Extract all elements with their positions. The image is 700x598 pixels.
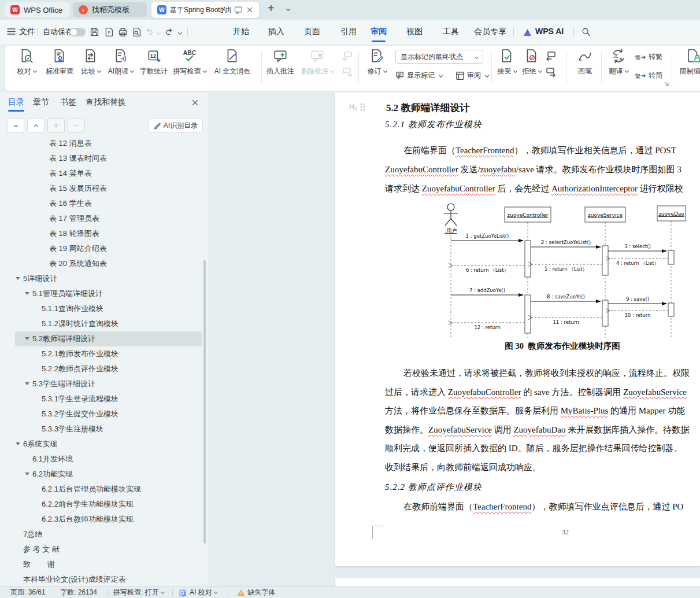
menu-home[interactable]: 开始 (233, 27, 249, 37)
ai-polish-button[interactable]: AI 全文润色 (208, 49, 257, 76)
print-preview-icon[interactable] (132, 27, 142, 37)
drag-handle-icon[interactable] (360, 103, 365, 111)
tab-list-caret-icon[interactable] (286, 7, 290, 11)
toc-item[interactable]: 5详细设计 (15, 271, 202, 286)
toc-item[interactable]: 5.3.1学生登录流程模块 (15, 392, 202, 407)
tab-close-icon[interactable] (246, 6, 253, 13)
toc-expand-arrow-icon[interactable] (25, 382, 29, 385)
track-changes-button[interactable]: 修订 (364, 49, 390, 76)
redo-icon[interactable] (165, 28, 174, 36)
toc-item[interactable]: 6.1开发环境 (15, 452, 202, 467)
toc-item[interactable]: 5.2.2教师点评作业模块 (15, 361, 202, 376)
toc-item[interactable]: 表 16 学生表 (15, 196, 202, 211)
compare-button[interactable]: 比较 (77, 49, 104, 76)
toc-item[interactable]: 5.3.2学生提交作业模块 (15, 407, 202, 422)
toc-item[interactable]: 表 12 消息表 (15, 136, 202, 151)
redo-caret-icon[interactable] (178, 31, 182, 35)
export-pdf-icon[interactable]: P (104, 27, 114, 37)
toc-item[interactable]: 6系统实现 (15, 437, 202, 452)
word-count-button[interactable]: 12 字数统计 (138, 49, 170, 76)
search-icon[interactable] (582, 27, 591, 36)
toc-item[interactable]: 7总结 (15, 527, 202, 542)
toc-item[interactable]: 6.2.3后台教师功能模块实现 (15, 512, 202, 527)
toc-item[interactable]: 表 18 轮播图表 (15, 226, 202, 241)
missing-font-warning[interactable]: 缺失字体 (247, 587, 275, 598)
brush-button[interactable]: 画笔 (572, 49, 598, 76)
toc-item[interactable]: 5.3.3学生注册模块 (15, 422, 202, 437)
toc-item[interactable]: 5.1.2课时统计查询模块 (15, 316, 202, 331)
document-canvas[interactable]: H₂ 5.2 教师端详细设计 5.2.1 教师发布作业模块 在前端界面（Teac… (209, 93, 700, 586)
toc-expand-down-button[interactable] (7, 118, 24, 133)
menu-reference[interactable]: 引用 (340, 27, 357, 37)
toc-item[interactable]: 6.2.1后台管理员功能模块实现 (15, 482, 202, 497)
hamburger-icon[interactable] (7, 28, 16, 35)
toc-item[interactable]: 5.1.1查询作业模块 (15, 301, 202, 316)
toc-item[interactable]: 6.2功能实现 (15, 467, 202, 482)
menu-insert[interactable]: 插入 (268, 27, 284, 37)
to-simplified-button[interactable]: 繁 转简 (635, 71, 662, 80)
toc-item[interactable]: 表 15 发展历程表 (15, 181, 202, 196)
markup-state-select[interactable]: 显示标记的最终状态 (395, 50, 483, 64)
translate-button[interactable]: 文A 翻译 (606, 49, 631, 76)
document-tab[interactable]: W 基于Spring Boot的培训机构 (151, 2, 259, 18)
spell-check-button[interactable]: ABC 拼写检查 (171, 49, 208, 76)
menu-membership[interactable]: 会员专享 (474, 27, 506, 37)
app-tab-wps-office[interactable]: W WPS Office (5, 2, 69, 17)
toc-item[interactable]: 表 13 课表时间表 (15, 151, 202, 166)
print-icon[interactable] (118, 27, 128, 37)
restrict-edit-button[interactable]: 限制编辑 (676, 49, 700, 76)
toc-item[interactable]: 本科毕业论文(设计)成绩评定表 (15, 572, 202, 587)
toc-item[interactable]: 5.2教师端详细设计 (15, 331, 202, 346)
toc-item[interactable]: 表 14 菜单表 (15, 166, 202, 181)
toc-item[interactable]: 5.3学生端详细设计 (15, 376, 202, 392)
toc-item[interactable]: 5.2.1教师发布作业模块 (15, 346, 202, 361)
toc-item[interactable]: 表 19 网站介绍表 (15, 241, 202, 256)
toc-expand-arrow-icon[interactable] (16, 442, 20, 445)
dialog-launcher-icon[interactable] (664, 81, 669, 87)
sidebar-tab-bookmarks[interactable]: 书签 (60, 97, 76, 108)
menu-view[interactable]: 视图 (406, 27, 423, 37)
show-markup-button[interactable]: 显示标记 (395, 71, 442, 80)
sidebar-close-icon[interactable] (191, 99, 199, 106)
spell-check-indicator[interactable]: 拼写检查: 打开 (113, 587, 164, 598)
standard-review-button[interactable]: 标准审查 (42, 49, 77, 76)
toc-expand-arrow-icon[interactable] (16, 277, 20, 280)
toc-item[interactable]: 参 考 文 献 (15, 542, 202, 557)
page-indicator[interactable]: 页面: 36/61 (10, 587, 46, 598)
menu-file[interactable]: 文件 (19, 27, 35, 37)
accept-button[interactable]: 接受 (495, 49, 519, 76)
previous-change-icon[interactable] (546, 51, 556, 61)
toc-item[interactable]: 表 17 管理员表 (15, 211, 202, 226)
sidebar-tab-contents[interactable]: 目录 (8, 97, 24, 108)
to-traditional-button[interactable]: 简 转繁 (635, 52, 662, 62)
review-pane-button[interactable]: 审阅 (455, 71, 488, 80)
sidebar-tab-chapters[interactable]: 章节 (33, 97, 49, 108)
document-page[interactable]: H₂ 5.2 教师端详细设计 5.2.1 教师发布作业模块 在前端界面（Teac… (335, 93, 700, 566)
sidebar-scrollbar[interactable] (203, 260, 206, 544)
menu-wps-ai[interactable]: WPS AI (535, 27, 564, 36)
menu-page[interactable]: 页面 (304, 27, 320, 37)
ai-read-button[interactable]: AI朗读 (104, 49, 138, 76)
new-tab-button[interactable]: + (268, 2, 275, 15)
ai-proofread-button[interactable]: AI 校对 (190, 587, 217, 598)
toc-item[interactable]: 表 20 系统通知表 (15, 256, 202, 271)
insert-comment-button[interactable]: 插入批注 (264, 49, 297, 76)
ai-recognize-toc-button[interactable]: AI识别目录 (149, 118, 203, 133)
save-icon[interactable] (90, 27, 99, 37)
menu-review[interactable]: 审阅 (371, 27, 387, 37)
reject-button[interactable]: 拒绝 (520, 49, 543, 76)
word-count-indicator[interactable]: 字数: 26134 (60, 587, 97, 598)
toc-item[interactable]: 致 谢 (15, 557, 202, 572)
proofread-button[interactable]: 校对 (12, 49, 42, 76)
toc-expand-arrow-icon[interactable] (25, 292, 29, 295)
toc-collapse-up-button[interactable] (27, 118, 45, 133)
toc-item[interactable]: 5.1管理员端详细设计 (15, 286, 202, 301)
toc-expand-arrow-icon[interactable] (25, 473, 29, 475)
next-change-icon[interactable] (546, 67, 556, 77)
sidebar-tab-find-replace[interactable]: 查找和替换 (86, 97, 126, 108)
menu-tools[interactable]: 工具 (443, 27, 459, 37)
docer-tab[interactable]: ◗ 找稻壳模板 (73, 2, 147, 17)
toc-item[interactable]: 6.2.2前台学生功能模块实现 (15, 497, 202, 512)
toc-expand-arrow-icon[interactable] (25, 337, 29, 340)
tab-chat-icon[interactable] (234, 6, 243, 14)
